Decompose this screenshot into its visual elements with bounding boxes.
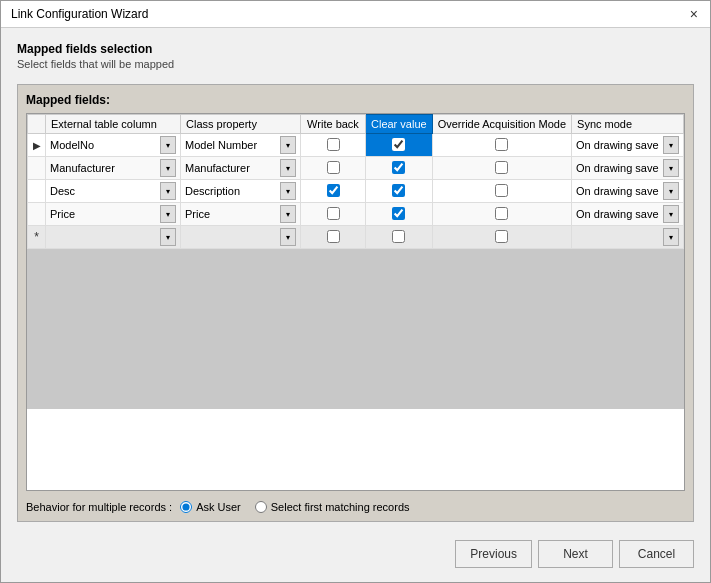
row-indicator-new: * (28, 226, 46, 249)
ext-col-1: ModelNo ▾ (46, 134, 181, 157)
sync-mode-new: ▾ (572, 226, 684, 249)
mapped-fields-table-container: External table column Class property Wri… (26, 113, 685, 491)
class-prop-dropdown-1[interactable]: ▾ (280, 136, 296, 154)
table-header-row: External table column Class property Wri… (28, 115, 684, 134)
write-back-new (301, 226, 366, 249)
radio-select-first-label: Select first matching records (271, 501, 410, 513)
sync-mode-3: On drawing save ▾ (572, 180, 684, 203)
table-empty-area (27, 249, 684, 409)
write-back-1 (301, 134, 366, 157)
ext-col-dropdown-1[interactable]: ▾ (160, 136, 176, 154)
ext-col-4: Price ▾ (46, 203, 181, 226)
row-indicator-4 (28, 203, 46, 226)
sync-mode-2: On drawing save ▾ (572, 157, 684, 180)
col-header-cv: Clear value (366, 115, 433, 134)
override-acq-checkbox-new[interactable] (495, 230, 508, 243)
override-acq-new (432, 226, 571, 249)
col-header-indicator (28, 115, 46, 134)
table-row: Manufacturer ▾ Manufacturer ▾ (28, 157, 684, 180)
sync-mode-dropdown-2[interactable]: ▾ (663, 159, 679, 177)
next-button[interactable]: Next (538, 540, 613, 568)
write-back-4 (301, 203, 366, 226)
class-prop-dropdown-new[interactable]: ▾ (280, 228, 296, 246)
override-acq-1 (432, 134, 571, 157)
radio-group: Ask User Select first matching records (180, 501, 409, 513)
write-back-checkbox-new[interactable] (327, 230, 340, 243)
col-header-oam: Override Acquisition Mode (432, 115, 571, 134)
clear-value-checkbox-2[interactable] (392, 161, 405, 174)
mapped-fields-section: Mapped fields: External table column Cla… (17, 84, 694, 522)
ext-col-new: ▾ (46, 226, 181, 249)
clear-value-checkbox-4[interactable] (392, 207, 405, 220)
close-button[interactable]: × (688, 7, 700, 21)
write-back-checkbox-2[interactable] (327, 161, 340, 174)
override-acq-4 (432, 203, 571, 226)
row-indicator-1: ▶ (28, 134, 46, 157)
clear-value-checkbox-1[interactable] (392, 138, 405, 151)
class-prop-dropdown-4[interactable]: ▾ (280, 205, 296, 223)
cancel-button[interactable]: Cancel (619, 540, 694, 568)
row-indicator-3 (28, 180, 46, 203)
ext-col-dropdown-4[interactable]: ▾ (160, 205, 176, 223)
sync-mode-dropdown-4[interactable]: ▾ (663, 205, 679, 223)
radio-ask-user-label: Ask User (196, 501, 241, 513)
mapped-fields-table: External table column Class property Wri… (27, 114, 684, 249)
override-acq-checkbox-2[interactable] (495, 161, 508, 174)
row-indicator-2 (28, 157, 46, 180)
clear-value-4 (366, 203, 433, 226)
sync-mode-4: On drawing save ▾ (572, 203, 684, 226)
class-prop-4: Price ▾ (181, 203, 301, 226)
class-prop-2: Manufacturer ▾ (181, 157, 301, 180)
mapped-fields-label: Mapped fields: (26, 93, 685, 107)
dialog-body: Mapped fields selection Select fields th… (1, 28, 710, 532)
radio-select-first[interactable]: Select first matching records (255, 501, 410, 513)
table-new-row: * ▾ ▾ (28, 226, 684, 249)
clear-value-1 (366, 134, 433, 157)
ext-col-dropdown-2[interactable]: ▾ (160, 159, 176, 177)
radio-ask-user-input[interactable] (180, 501, 192, 513)
class-prop-3: Description ▾ (181, 180, 301, 203)
col-header-sync: Sync mode (572, 115, 684, 134)
radio-select-first-input[interactable] (255, 501, 267, 513)
col-header-ext: External table column (46, 115, 181, 134)
write-back-checkbox-1[interactable] (327, 138, 340, 151)
behavior-label: Behavior for multiple records : (26, 501, 172, 513)
behavior-row: Behavior for multiple records : Ask User… (26, 501, 685, 513)
col-header-wb: Write back (301, 115, 366, 134)
override-acq-checkbox-4[interactable] (495, 207, 508, 220)
write-back-checkbox-4[interactable] (327, 207, 340, 220)
table-row: Desc ▾ Description ▾ (28, 180, 684, 203)
sync-mode-dropdown-3[interactable]: ▾ (663, 182, 679, 200)
sync-mode-dropdown-new[interactable]: ▾ (663, 228, 679, 246)
class-prop-dropdown-2[interactable]: ▾ (280, 159, 296, 177)
dialog-footer: Previous Next Cancel (1, 532, 710, 582)
class-prop-new: ▾ (181, 226, 301, 249)
sync-mode-dropdown-1[interactable]: ▾ (663, 136, 679, 154)
radio-ask-user[interactable]: Ask User (180, 501, 241, 513)
section-title: Mapped fields selection (17, 42, 694, 56)
previous-button[interactable]: Previous (455, 540, 532, 568)
write-back-3 (301, 180, 366, 203)
ext-col-2: Manufacturer ▾ (46, 157, 181, 180)
clear-value-3 (366, 180, 433, 203)
table-row: Price ▾ Price ▾ (28, 203, 684, 226)
class-prop-dropdown-3[interactable]: ▾ (280, 182, 296, 200)
ext-col-dropdown-3[interactable]: ▾ (160, 182, 176, 200)
override-acq-checkbox-3[interactable] (495, 184, 508, 197)
clear-value-checkbox-3[interactable] (392, 184, 405, 197)
write-back-2 (301, 157, 366, 180)
col-header-class: Class property (181, 115, 301, 134)
table-row: ▶ ModelNo ▾ Model Number ▾ (28, 134, 684, 157)
title-bar: Link Configuration Wizard × (1, 1, 710, 28)
clear-value-checkbox-new[interactable] (392, 230, 405, 243)
clear-value-2 (366, 157, 433, 180)
write-back-checkbox-3[interactable] (327, 184, 340, 197)
sync-mode-1: On drawing save ▾ (572, 134, 684, 157)
section-subtitle: Select fields that will be mapped (17, 58, 694, 70)
override-acq-checkbox-1[interactable] (495, 138, 508, 151)
class-prop-1: Model Number ▾ (181, 134, 301, 157)
clear-value-new (366, 226, 433, 249)
override-acq-3 (432, 180, 571, 203)
ext-col-3: Desc ▾ (46, 180, 181, 203)
ext-col-dropdown-new[interactable]: ▾ (160, 228, 176, 246)
